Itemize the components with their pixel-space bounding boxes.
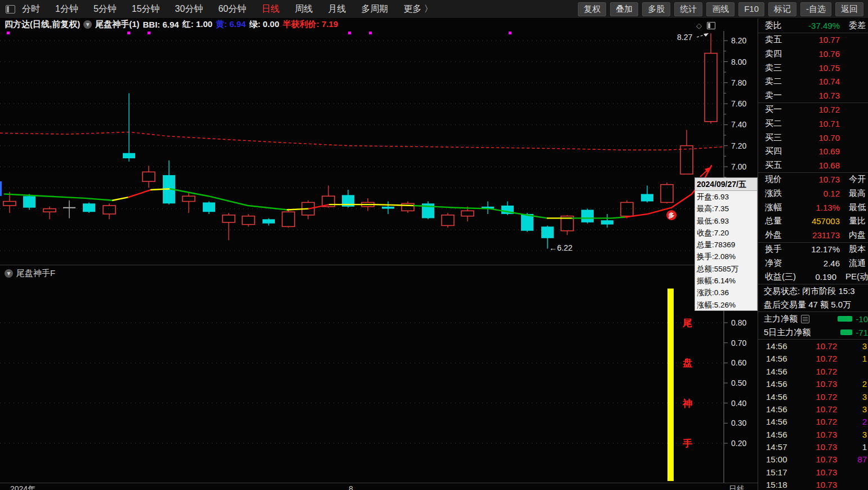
stock-title: 四方达(日线,前复权) bbox=[5, 19, 80, 30]
main-chart[interactable]: 8.208.007.807.607.407.207.00多8.27←6.22 bbox=[0, 31, 758, 265]
menu-button-2[interactable]: 多股 bbox=[642, 2, 670, 16]
tooltip-row: 涨跌:0.36 bbox=[695, 287, 757, 299]
axis-year-label: 2024年 bbox=[10, 484, 35, 490]
tick-row: 14:5610.722 bbox=[758, 416, 868, 428]
axis-month-label: 8 bbox=[349, 484, 353, 490]
candle bbox=[581, 209, 594, 224]
candle bbox=[402, 202, 414, 213]
candle bbox=[641, 186, 653, 203]
candle bbox=[482, 202, 494, 214]
period-tab-0[interactable]: 分时 bbox=[22, 3, 40, 15]
low-annotation: ←6.22 bbox=[549, 243, 572, 252]
indicator-name: 尾盘神手(1) bbox=[95, 19, 139, 30]
candle-tooltip: 2024/09/27/五 开盘:6.93最高:7.35最低:6.93收盘:7.2… bbox=[695, 177, 758, 311]
stat-row: 现价10.73今开 bbox=[758, 173, 868, 187]
svg-text:0.80: 0.80 bbox=[731, 318, 746, 327]
tick-row: 14:5610.721 bbox=[758, 353, 868, 365]
bid-row: 买四10.69 bbox=[758, 144, 868, 158]
signal-dot bbox=[7, 32, 10, 34]
ask-row: 卖三10.75 bbox=[758, 61, 868, 75]
chevron-down-icon[interactable]: ▼ bbox=[5, 269, 13, 278]
tick-row: 15:1710.73 bbox=[758, 466, 868, 478]
high-annotation: 8.27 bbox=[677, 33, 692, 42]
candle bbox=[382, 202, 394, 214]
candle bbox=[182, 193, 195, 213]
svg-text:8.00: 8.00 bbox=[731, 57, 746, 66]
menu-button-8[interactable]: 返回 bbox=[835, 2, 863, 16]
period-tab-4[interactable]: 30分钟 bbox=[175, 3, 203, 15]
sub-indicator-chart[interactable]: 0.800.700.600.500.400.300.20尾盘神手 bbox=[0, 282, 758, 483]
diamond-icon[interactable]: ◇ bbox=[696, 21, 702, 30]
stat-row: 外盘231173内盘 bbox=[758, 228, 868, 242]
candle bbox=[302, 201, 314, 220]
chevron-down-icon[interactable]: ▼ bbox=[83, 20, 92, 29]
main-fund-row: 5日主力净额-71 bbox=[758, 326, 868, 339]
tick-row: 14:5610.732 bbox=[758, 377, 868, 390]
signal-dot bbox=[509, 32, 511, 34]
candle bbox=[23, 194, 35, 210]
period-tab-7[interactable]: 周线 bbox=[295, 3, 313, 15]
menu-button-0[interactable]: 复权 bbox=[578, 2, 606, 16]
svg-text:多: 多 bbox=[669, 212, 675, 219]
stat-row: 净资2.46流通 bbox=[758, 256, 868, 270]
candle bbox=[621, 201, 633, 219]
candle bbox=[461, 207, 474, 221]
menu-button-3[interactable]: 统计 bbox=[674, 2, 702, 16]
axis-period-label: 日线 bbox=[729, 484, 745, 490]
candle bbox=[282, 210, 295, 228]
stat-row: 涨跌0.12最高 bbox=[758, 186, 868, 201]
period-tab-2[interactable]: 5分钟 bbox=[94, 3, 117, 15]
tick-row: 14:5610.72 bbox=[758, 365, 868, 377]
indicator-vertical-label: 神 bbox=[682, 398, 692, 409]
stat-row: 总量457003量比 bbox=[758, 214, 868, 228]
candle bbox=[103, 203, 115, 219]
svg-text:0.20: 0.20 bbox=[731, 439, 746, 448]
bid-row: 买二10.71 bbox=[758, 117, 868, 131]
indicator-vertical-label: 尾 bbox=[682, 318, 692, 328]
ask-row: 卖四10.76 bbox=[758, 47, 868, 61]
ask-row: 卖二10.74 bbox=[758, 74, 868, 88]
menu-button-1[interactable]: 叠加 bbox=[610, 2, 638, 16]
indicator-bar bbox=[667, 288, 674, 481]
svg-text:7.60: 7.60 bbox=[731, 99, 746, 108]
period-tab-9[interactable]: 多周期 bbox=[361, 3, 388, 15]
candle bbox=[222, 213, 235, 240]
menubar: 分时1分钟5分钟15分钟30分钟60分钟日线周线月线多周期更多 〉 复权叠加多股… bbox=[0, 0, 868, 19]
menu-button-7[interactable]: -自选 bbox=[800, 2, 831, 16]
time-axis: 2024年 8 日线 bbox=[0, 483, 758, 490]
svg-text:7.00: 7.00 bbox=[731, 162, 746, 171]
status-line: 交易状态: 闭市阶段 15:3 bbox=[758, 284, 868, 298]
period-tabs: 分时1分钟5分钟15分钟30分钟60分钟日线周线月线多周期更多 〉 bbox=[22, 3, 433, 15]
trading-app: 分时1分钟5分钟15分钟30分钟60分钟日线周线月线多周期更多 〉 复权叠加多股… bbox=[0, 0, 868, 490]
main-chart-svg: 8.208.007.807.607.407.207.00多8.27←6.22 bbox=[0, 31, 758, 265]
popout-window-icon[interactable] bbox=[707, 22, 715, 29]
candle bbox=[680, 130, 693, 174]
period-tab-3[interactable]: 15分钟 bbox=[132, 3, 160, 15]
tooltip-row: 开盘:6.93 bbox=[695, 191, 757, 203]
tooltip-row: 换手:2.08% bbox=[695, 251, 757, 262]
svg-text:7.80: 7.80 bbox=[731, 78, 746, 87]
period-tab-8[interactable]: 月线 bbox=[328, 3, 346, 15]
indicator-vertical-label: 盘 bbox=[682, 358, 692, 368]
tick-row: 14:5610.733 bbox=[758, 428, 868, 440]
period-tab-5[interactable]: 60分钟 bbox=[218, 3, 246, 15]
candle bbox=[143, 166, 155, 188]
menu-button-6[interactable]: 标记 bbox=[768, 2, 796, 16]
svg-text:0.40: 0.40 bbox=[731, 399, 746, 408]
svg-text:7.20: 7.20 bbox=[731, 141, 746, 150]
tooltip-row: 最低:6.93 bbox=[695, 215, 757, 227]
panel-layout-icon[interactable] bbox=[6, 5, 15, 14]
menu-button-5[interactable]: F10 bbox=[738, 2, 764, 16]
period-tab-6[interactable]: 日线 bbox=[261, 3, 279, 15]
half-profit-value: 半获利价: 7.19 bbox=[283, 19, 338, 30]
candle bbox=[63, 201, 75, 219]
tooltip-row: 涨幅:5.26% bbox=[695, 299, 757, 311]
period-tab-1[interactable]: 1分钟 bbox=[55, 3, 78, 15]
detail-list-icon[interactable] bbox=[801, 315, 809, 323]
menu-button-4[interactable]: 画线 bbox=[706, 2, 735, 16]
tooltip-row: 总量:78369 bbox=[695, 239, 757, 251]
candle bbox=[601, 214, 613, 228]
candle bbox=[262, 218, 275, 225]
period-tab-10[interactable]: 更多 〉 bbox=[403, 3, 433, 15]
sub-indicator-name: 尾盘神手F bbox=[16, 268, 55, 279]
